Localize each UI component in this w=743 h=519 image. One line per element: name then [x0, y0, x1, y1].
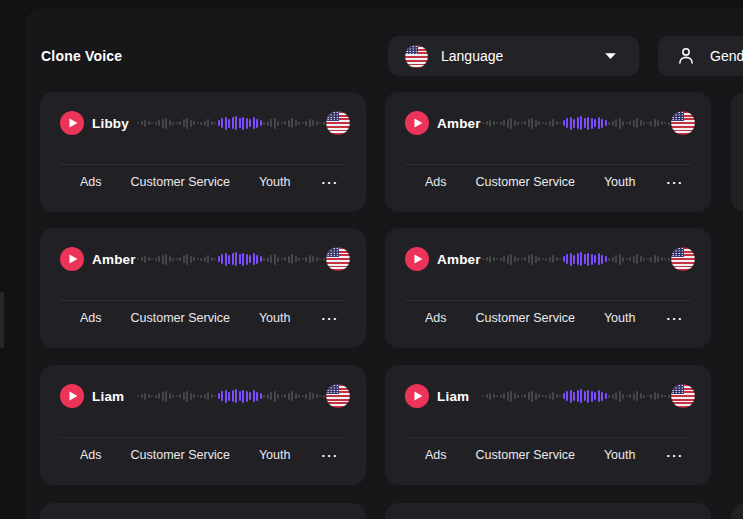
more-button[interactable]: ··· — [319, 312, 341, 325]
card-partial — [385, 503, 711, 519]
tag: Customer Service — [131, 175, 230, 189]
more-button[interactable]: ··· — [319, 449, 341, 462]
play-button[interactable] — [60, 384, 84, 408]
tag: Youth — [604, 175, 636, 189]
tag: Customer Service — [476, 448, 575, 462]
card-partial — [40, 503, 366, 519]
waveform — [482, 385, 678, 407]
gender-dropdown-label: Gender — [710, 48, 743, 64]
tag: Customer Service — [476, 175, 575, 189]
tag: Customer Service — [476, 311, 575, 325]
voice-card: Amber AdsCustomer ServiceYouth··· — [385, 92, 711, 212]
card-divider — [405, 437, 691, 438]
tag: Youth — [604, 448, 636, 462]
voice-name: Liam — [437, 389, 469, 404]
tag-list: AdsCustomer ServiceYouth··· — [425, 304, 693, 332]
tag: Ads — [425, 311, 447, 325]
more-button[interactable]: ··· — [664, 449, 686, 462]
language-dropdown[interactable]: Language — [388, 36, 639, 76]
play-button[interactable] — [405, 247, 429, 271]
voice-name: Libby — [92, 116, 129, 131]
voice-name: Amber — [437, 116, 481, 131]
us-flag-icon — [405, 45, 428, 68]
play-button[interactable] — [405, 111, 429, 135]
us-flag-icon — [326, 384, 350, 408]
tag: Youth — [259, 448, 291, 462]
card-partial — [731, 92, 743, 212]
voice-card: Liam AdsCustomer ServiceYouth··· — [385, 365, 711, 485]
waveform — [137, 248, 333, 270]
caret-down-icon — [604, 52, 617, 60]
waveform — [137, 385, 333, 407]
voice-name: Liam — [92, 389, 124, 404]
tag: Ads — [425, 448, 447, 462]
tag: Customer Service — [131, 311, 230, 325]
tag-list: AdsCustomer ServiceYouth··· — [80, 304, 348, 332]
us-flag-icon — [326, 247, 350, 271]
tag-list: AdsCustomer ServiceYouth··· — [425, 441, 693, 469]
card-divider — [60, 164, 346, 165]
waveform — [137, 112, 333, 134]
page-title: Clone Voice — [41, 48, 122, 64]
us-flag-icon — [671, 111, 695, 135]
play-button[interactable] — [60, 111, 84, 135]
us-flag-icon — [671, 384, 695, 408]
tag: Youth — [259, 311, 291, 325]
card-divider — [60, 437, 346, 438]
tag: Ads — [425, 175, 447, 189]
language-dropdown-label: Language — [441, 48, 503, 64]
voice-card: Liam AdsCustomer ServiceYouth··· — [40, 365, 366, 485]
play-button[interactable] — [60, 247, 84, 271]
tag: Youth — [604, 311, 636, 325]
waveform — [482, 248, 678, 270]
gender-dropdown[interactable]: Gender — [658, 36, 743, 76]
voice-name: Amber — [437, 252, 481, 267]
voice-card: Amber AdsCustomer ServiceYouth··· — [40, 228, 366, 348]
tag-list: AdsCustomer ServiceYouth··· — [80, 441, 348, 469]
more-button[interactable]: ··· — [664, 312, 686, 325]
scrollbar-thumb[interactable] — [0, 292, 4, 348]
tag-list: AdsCustomer ServiceYouth··· — [425, 168, 693, 196]
voice-card: Amber AdsCustomer ServiceYouth··· — [385, 228, 711, 348]
voice-name: Amber — [92, 252, 136, 267]
more-button[interactable]: ··· — [664, 176, 686, 189]
voice-card: Libby AdsCustomer ServiceYouth··· — [40, 92, 366, 212]
card-divider — [405, 300, 691, 301]
tag: Customer Service — [131, 448, 230, 462]
us-flag-icon — [671, 247, 695, 271]
person-icon — [675, 45, 697, 67]
us-flag-icon — [326, 111, 350, 135]
tag: Youth — [259, 175, 291, 189]
tag-list: AdsCustomer ServiceYouth··· — [80, 168, 348, 196]
tag: Ads — [80, 448, 102, 462]
card-divider — [405, 164, 691, 165]
more-button[interactable]: ··· — [319, 176, 341, 189]
waveform — [482, 112, 678, 134]
play-button[interactable] — [405, 384, 429, 408]
card-divider — [60, 300, 346, 301]
tag: Ads — [80, 175, 102, 189]
tag: Ads — [80, 311, 102, 325]
